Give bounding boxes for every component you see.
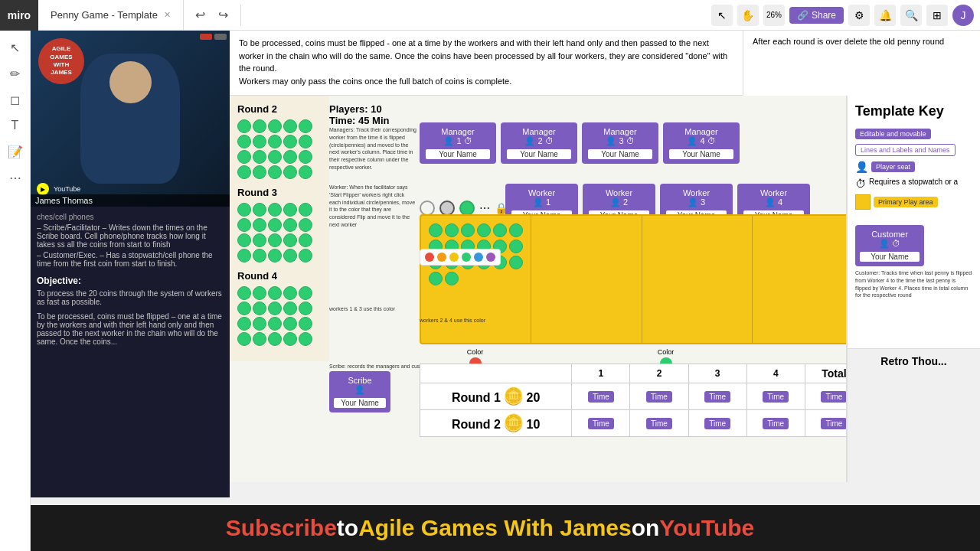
round2-coins — [237, 119, 322, 179]
scribe-name[interactable]: Your Name — [334, 398, 386, 408]
toolbar-right: ↖ ✋ 26% 🔗 Share ⚙ 🔔 🔍 ⊞ J — [711, 5, 980, 26]
round1-time-3[interactable]: Time — [688, 383, 746, 410]
pen-tool[interactable]: ✏ — [5, 63, 26, 84]
worker-3-icon: 👤 3 — [666, 197, 727, 207]
worker-2-icon: 👤 2 — [589, 197, 649, 207]
table-header-round — [420, 364, 572, 383]
video-placeholder: AGILEGAMESWITHJAMES ▶ YouTube James Thom… — [31, 31, 230, 207]
dot-green — [459, 201, 475, 216]
manager-2-name[interactable]: Your Name — [507, 149, 571, 159]
cursor-tool[interactable]: ↖ — [711, 5, 733, 26]
manager-1-label: Manager — [426, 127, 490, 136]
table-header-4: 4 — [746, 364, 805, 383]
manager-1-name[interactable]: Your Name — [426, 149, 490, 159]
color-yellow[interactable] — [449, 253, 459, 262]
worker-1-label: Worker — [511, 188, 572, 197]
text-tool[interactable]: T — [5, 115, 26, 136]
round1-time-2[interactable]: Time — [630, 383, 688, 410]
objective-text-2: To be processed, coins must be flipped –… — [37, 312, 224, 346]
more-tools[interactable]: ⋯ — [5, 167, 26, 188]
settings-icon[interactable]: ⚙ — [848, 5, 870, 26]
grid-icon[interactable]: ⊞ — [926, 5, 948, 26]
bell-icon[interactable]: 🔔 — [874, 5, 896, 26]
key-item-player-seat: 👤 Player seat — [855, 161, 972, 173]
shape-tool[interactable]: ◻ — [5, 89, 26, 110]
color-orange[interactable] — [437, 253, 446, 262]
manager-4-card[interactable]: Manager 👤 4 ⏱ Your Name — [663, 122, 740, 164]
manager-2-label: Manager — [507, 127, 571, 136]
round2-time-2[interactable]: Time — [630, 410, 688, 437]
stopwatch-text: Requires a stopwatch or a — [869, 178, 958, 186]
objective-label: Objective: — [37, 276, 224, 286]
color-green[interactable] — [462, 253, 471, 262]
worker-1-col[interactable] — [421, 216, 531, 343]
round4-coins — [237, 286, 322, 346]
worker-dot-row: ⋯ 🔒 — [420, 201, 508, 216]
play-area-badge: Primary Play area — [874, 197, 938, 207]
person-icon: 👤 — [855, 161, 868, 173]
redo-button[interactable]: ↪ — [213, 5, 234, 26]
subscribe-text: Subscribe — [226, 515, 337, 541]
customer-card[interactable]: Customer 👤 ⏱ Your Name — [855, 225, 924, 266]
worker-2-col[interactable] — [531, 216, 642, 343]
subscribe-bar: Subscribe to Agile Games With James on Y… — [0, 505, 980, 551]
round2-label: Round 2 — [237, 103, 322, 115]
agile-logo: AGILEGAMESWITHJAMES — [38, 38, 84, 84]
manager-notes: Managers: Track their corresponding work… — [329, 126, 417, 171]
table-header-1: 1 — [572, 364, 630, 383]
chat-line-2: – Scribe/Facilitator – Writes down the t… — [37, 223, 224, 249]
key-item-play-area: Primary Play area — [855, 194, 972, 210]
manager-2-card[interactable]: Manager 👤 2 ⏱ Your Name — [501, 122, 577, 164]
select-tool[interactable]: ↖ — [5, 37, 26, 58]
youtube-label: YouTube — [54, 185, 80, 193]
instructions-top: To be processed, coins must be flipped -… — [230, 31, 743, 96]
scribe-box[interactable]: Scribe 👤 Your Name — [329, 371, 390, 412]
undo-button[interactable]: ↩ — [190, 5, 211, 26]
round2-time-4[interactable]: Time — [746, 410, 805, 437]
round1-time-1[interactable]: Time — [572, 383, 630, 410]
customer-label: Customer — [860, 230, 920, 239]
manager-3-label: Manager — [588, 127, 652, 136]
color-palette[interactable] — [420, 249, 501, 266]
retro-panel: Retro Thou... — [846, 348, 980, 482]
customer-name[interactable]: Your Name — [860, 252, 920, 262]
hand-tool[interactable]: ✋ — [737, 5, 759, 26]
manager-3-card[interactable]: Manager 👤 3 ⏱ Your Name — [582, 122, 658, 164]
main-canvas[interactable]: To be processed, coins must be flipped -… — [230, 31, 980, 482]
round2-time-3[interactable]: Time — [688, 410, 746, 437]
worker-3-col[interactable] — [642, 216, 753, 343]
color-blue[interactable] — [474, 253, 483, 262]
manager-4-icon: 👤 4 ⏱ — [669, 136, 733, 146]
time-label: Time: 45 Min — [329, 115, 390, 126]
chat-line-3: – Customer/Exec. – Has a stopwatch/cell … — [37, 251, 224, 268]
manager-1-card[interactable]: Manager 👤 1 ⏱ Your Name — [420, 122, 496, 164]
chat-line-1: ches/cell phones — [37, 213, 224, 221]
avatar-icon: J — [952, 5, 974, 26]
zoom-control[interactable]: 26% — [763, 5, 785, 26]
worker-notes: Worker: When the facilitator says 'Start… — [329, 184, 417, 229]
customer-notes: Customer: Tracks time when last penny is… — [855, 269, 972, 299]
streamer-name: James Thomas — [31, 194, 230, 207]
game-info: Players: 10 Time: 45 Min — [329, 103, 390, 126]
objective-text-1: To process the 20 coins through the syst… — [37, 289, 224, 306]
share-button[interactable]: 🔗 Share — [789, 7, 844, 24]
search-icon[interactable]: 🔍 — [900, 5, 922, 26]
stopwatch-icon: ⏱ — [855, 178, 866, 190]
sticky-tool[interactable]: 📝 — [5, 141, 26, 162]
round2-time-1[interactable]: Time — [572, 410, 630, 437]
manager-4-name[interactable]: Your Name — [669, 149, 733, 159]
play-area[interactable] — [420, 214, 864, 344]
color-purple[interactable] — [486, 253, 495, 262]
manager-3-name[interactable]: Your Name — [588, 149, 652, 159]
key-item-lines: Lines and Labels and Names — [855, 144, 972, 156]
on-text: on — [632, 515, 660, 541]
key-item-stopwatch: ⏱ Requires a stopwatch or a — [855, 178, 972, 190]
manager-2-icon: 👤 2 ⏱ — [507, 136, 571, 146]
topbar: miro Penny Game - Template ✕ ↩ ↪ ↖ ✋ 26%… — [0, 0, 980, 31]
youtube-text: YouTube — [659, 515, 754, 541]
dot-light — [439, 201, 455, 216]
round1-time-4[interactable]: Time — [746, 383, 805, 410]
color-red[interactable] — [425, 253, 434, 262]
manager-4-label: Manager — [669, 127, 733, 136]
dots-menu[interactable]: ⋯ — [479, 202, 490, 214]
